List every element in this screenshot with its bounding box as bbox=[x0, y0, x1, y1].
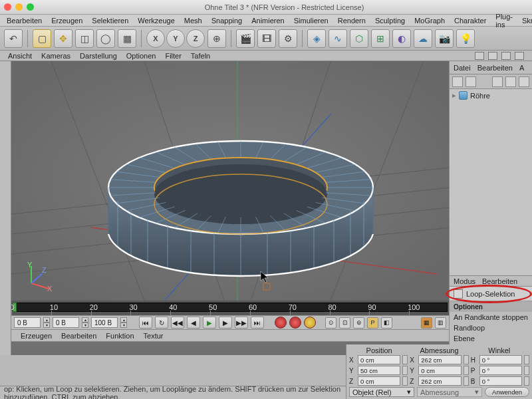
next-frame-button[interactable]: ▶ bbox=[219, 317, 232, 329]
timeline-start-field[interactable]: 0 B bbox=[14, 317, 41, 328]
om-icon[interactable] bbox=[505, 76, 516, 87]
play-button[interactable]: ▶ bbox=[203, 317, 216, 329]
render-settings-button[interactable]: ⚙ bbox=[279, 29, 297, 48]
vp-nav-icon[interactable] bbox=[515, 52, 524, 60]
option-row[interactable]: Randloop bbox=[450, 323, 532, 333]
timeline-ruler[interactable]: 0102030405060708090100 bbox=[11, 301, 449, 315]
menu-item[interactable]: Mesh bbox=[184, 17, 202, 25]
menu-item[interactable]: MoGraph bbox=[414, 17, 445, 25]
key-pos-toggle[interactable]: ⊙ bbox=[325, 317, 336, 329]
om-icon[interactable] bbox=[466, 76, 476, 87]
axis-z-toggle[interactable]: Z bbox=[186, 29, 205, 48]
loop-button[interactable]: ↻ bbox=[155, 317, 168, 329]
primitive-cube-button[interactable]: ◈ bbox=[307, 29, 326, 48]
option-row[interactable]: An Randkante stoppen bbox=[450, 312, 532, 323]
axis-x-toggle[interactable]: X bbox=[146, 29, 165, 48]
mode-palette[interactable] bbox=[0, 61, 11, 355]
key-scl-toggle[interactable]: ⊡ bbox=[339, 317, 350, 329]
dim-field[interactable]: 0 cm bbox=[418, 366, 461, 375]
pos-field[interactable]: 0 cm bbox=[358, 355, 400, 364]
keyframe-sel-button[interactable] bbox=[304, 317, 316, 329]
next-key-button[interactable]: ▶▶ bbox=[235, 317, 248, 329]
minimize-icon[interactable] bbox=[15, 3, 23, 11]
render-pv-button[interactable]: 🎞 bbox=[257, 29, 276, 48]
select-tool[interactable]: ▢ bbox=[33, 29, 51, 48]
tube-object[interactable] bbox=[11, 61, 449, 301]
menu-item[interactable]: Charakter bbox=[454, 17, 486, 25]
close-icon[interactable] bbox=[4, 3, 11, 11]
dim-field[interactable]: 262 cm bbox=[418, 355, 461, 364]
vp-menu-item[interactable]: Kameras bbox=[41, 52, 70, 60]
menu-item[interactable]: Snapping bbox=[211, 17, 243, 25]
axis-y-toggle[interactable]: Y bbox=[166, 29, 185, 48]
ang-field[interactable]: 0 ° bbox=[479, 366, 522, 375]
nurbs-button[interactable]: ⬡ bbox=[350, 29, 368, 48]
om-icon[interactable] bbox=[492, 76, 503, 87]
option-row[interactable]: Ebene bbox=[450, 333, 532, 344]
om-tab[interactable]: Bearbeiten bbox=[477, 64, 513, 72]
attr-tab[interactable]: Bearbeiten bbox=[482, 277, 517, 285]
recent-tool[interactable]: ▦ bbox=[118, 29, 136, 48]
vp-menu-item[interactable]: Ansicht bbox=[8, 52, 32, 60]
menu-item[interactable]: Selektieren bbox=[92, 17, 128, 25]
menu-item[interactable]: Skript bbox=[522, 17, 532, 25]
vp-menu-item[interactable]: Tafeln bbox=[191, 52, 210, 60]
menu-item[interactable]: Simulieren bbox=[294, 17, 329, 25]
undo-button[interactable]: ↶ bbox=[4, 29, 23, 48]
goto-end-button[interactable]: ⏭ bbox=[251, 317, 264, 329]
low-tab[interactable]: Erzeugen bbox=[21, 332, 52, 340]
menu-item[interactable]: Bearbeiten bbox=[7, 17, 42, 25]
prev-key-button[interactable]: ◀◀ bbox=[171, 317, 184, 329]
maximize-icon[interactable] bbox=[27, 3, 34, 11]
tree-item-tube[interactable]: ▸ Röhre bbox=[452, 91, 529, 100]
spline-button[interactable]: ∿ bbox=[329, 29, 347, 48]
menu-item[interactable]: Animieren bbox=[251, 17, 285, 25]
prev-frame-button[interactable]: ◀ bbox=[187, 317, 200, 329]
om-icon[interactable] bbox=[452, 76, 463, 87]
camera-button[interactable]: 📷 bbox=[435, 29, 454, 48]
om-tab[interactable]: A bbox=[519, 64, 524, 72]
attr-tab[interactable]: Modus bbox=[454, 277, 475, 285]
timeline-pos-field[interactable]: 0 B bbox=[53, 317, 79, 328]
om-icon[interactable] bbox=[519, 76, 529, 87]
menu-item[interactable]: Werkzeuge bbox=[138, 17, 174, 25]
low-tab[interactable]: Textur bbox=[144, 332, 164, 340]
menu-item[interactable]: Sculpting bbox=[375, 17, 405, 25]
key-rot-toggle[interactable]: ⊚ bbox=[353, 317, 364, 329]
dim-field[interactable]: 262 cm bbox=[418, 376, 461, 386]
menu-item[interactable]: Plug-ins bbox=[495, 13, 513, 29]
timeline-end-field[interactable]: 100 B bbox=[91, 317, 118, 328]
low-tab[interactable]: Bearbeiten bbox=[61, 332, 96, 340]
autokey-button[interactable] bbox=[289, 317, 301, 329]
viewport-3d[interactable]: Zentralperspektive bbox=[11, 61, 449, 355]
ang-field[interactable]: 0 ° bbox=[479, 376, 522, 386]
vp-menu-item[interactable]: Filter bbox=[165, 52, 181, 60]
layout-toggle[interactable]: ▥ bbox=[435, 317, 446, 329]
vp-menu-item[interactable]: Darstellung bbox=[80, 52, 117, 60]
goto-start-button[interactable]: ⏮ bbox=[139, 317, 152, 329]
menu-item[interactable]: Erzeugen bbox=[51, 17, 82, 25]
coord-mode-dropdown[interactable]: Objekt (Rel)▾ bbox=[349, 387, 414, 397]
rotate-tool[interactable]: ◯ bbox=[96, 29, 115, 48]
tool-row[interactable]: Loop-Selektion bbox=[450, 287, 532, 301]
pos-field[interactable]: 0 cm bbox=[358, 376, 400, 386]
vp-nav-icon[interactable] bbox=[488, 52, 497, 60]
ang-field[interactable]: 0 ° bbox=[479, 355, 522, 364]
low-tab[interactable]: Funktion bbox=[106, 332, 134, 340]
object-tree[interactable]: ▸ Röhre bbox=[450, 89, 532, 275]
deformer-button[interactable]: ◐ bbox=[392, 29, 411, 48]
vp-nav-icon[interactable] bbox=[475, 52, 484, 60]
key-param-toggle[interactable]: P bbox=[367, 317, 378, 329]
record-button[interactable] bbox=[275, 317, 287, 329]
layout-toggle[interactable]: ▦ bbox=[421, 317, 432, 329]
coord-dim-dropdown[interactable]: Abmessung▾ bbox=[417, 387, 482, 397]
om-tab[interactable]: Datei bbox=[454, 64, 471, 72]
key-pla-toggle[interactable]: ◧ bbox=[381, 317, 392, 329]
vp-nav-icon[interactable] bbox=[501, 52, 511, 60]
move-tool[interactable]: ✥ bbox=[54, 29, 72, 48]
render-view-button[interactable]: 🎬 bbox=[236, 29, 255, 48]
pos-field[interactable]: 50 cm bbox=[358, 366, 400, 375]
apply-button[interactable]: Anwenden bbox=[485, 387, 529, 397]
coord-system-button[interactable]: ⊕ bbox=[207, 29, 226, 48]
environment-button[interactable]: ☁ bbox=[414, 29, 432, 48]
